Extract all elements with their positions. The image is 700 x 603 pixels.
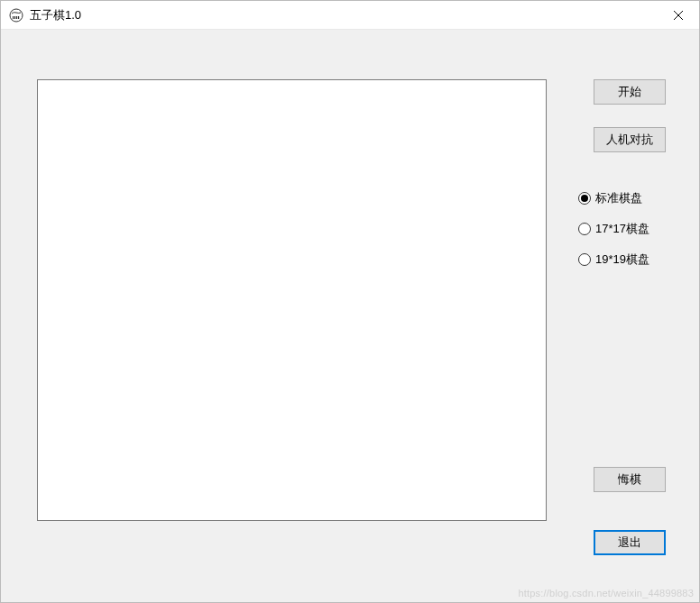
close-icon xyxy=(674,11,683,20)
radio-17x17-board[interactable]: 17*17棋盘 xyxy=(578,220,649,238)
exit-button[interactable]: 退出 xyxy=(594,530,666,555)
titlebar: 五子棋1.0 xyxy=(1,1,699,30)
watermark-text: https://blog.csdn.net/weixin_44899883 xyxy=(518,588,694,598)
svg-rect-2 xyxy=(14,16,15,19)
svg-rect-1 xyxy=(13,16,14,19)
svg-rect-3 xyxy=(16,16,17,19)
radio-icon xyxy=(578,192,591,205)
start-button[interactable]: 开始 xyxy=(594,79,666,105)
svg-point-0 xyxy=(10,9,23,22)
close-button[interactable] xyxy=(658,1,699,30)
svg-rect-4 xyxy=(18,16,19,19)
ai-mode-button[interactable]: 人机对抗 xyxy=(594,127,666,152)
radio-icon xyxy=(578,223,591,235)
app-window: 五子棋1.0 开始 人机对抗 标准棋盘 17*17棋盘 19*19棋盘 xyxy=(0,0,700,603)
undo-button[interactable]: 悔棋 xyxy=(594,467,666,492)
radio-label: 17*17棋盘 xyxy=(595,221,649,237)
radio-label: 标准棋盘 xyxy=(595,190,642,206)
radio-standard-board[interactable]: 标准棋盘 xyxy=(578,189,649,207)
window-title: 五子棋1.0 xyxy=(30,7,81,23)
radio-icon xyxy=(578,253,591,266)
client-area: 开始 人机对抗 标准棋盘 17*17棋盘 19*19棋盘 悔棋 退出 https… xyxy=(1,30,699,602)
game-board[interactable] xyxy=(37,79,547,521)
radio-19x19-board[interactable]: 19*19棋盘 xyxy=(578,251,649,269)
radio-label: 19*19棋盘 xyxy=(595,251,649,268)
board-size-radio-group: 标准棋盘 17*17棋盘 19*19棋盘 xyxy=(578,189,649,281)
app-icon xyxy=(8,7,24,23)
